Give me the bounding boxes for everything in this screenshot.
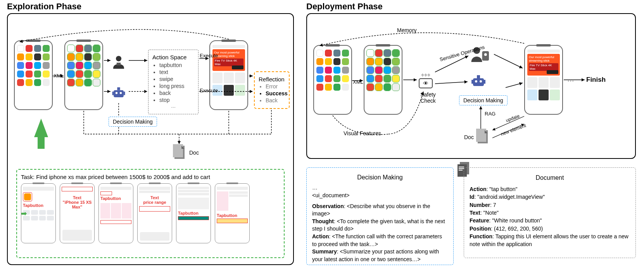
svg-rect-6 [112, 91, 114, 95]
dep-decision-making-tag: Decision Making [459, 95, 508, 105]
svg-point-22 [484, 53, 487, 56]
svg-rect-7 [124, 91, 125, 95]
doc-title: Document [470, 173, 630, 182]
dm-line: Summary: <Summarize your past actions al… [312, 248, 448, 263]
deployment-title: Deployment Phase [306, 2, 383, 12]
annotation-tapbutton: Tapbutton [178, 211, 209, 215]
action-item: swipe [159, 76, 194, 82]
action-item: tapbutton [159, 62, 194, 68]
phone-result: Our most powerful streaming stick Fire T… [209, 40, 248, 110]
dm-line: Observation: <Describe what you observe … [312, 203, 448, 218]
finish-label: Finish [586, 76, 606, 84]
dm-title: Decision Making [312, 173, 448, 182]
banner-title: Our most powerful streaming stick [214, 51, 243, 58]
svg-rect-2 [114, 90, 124, 97]
svg-point-3 [116, 92, 118, 94]
decision-making-label: Decision Making [113, 119, 153, 125]
dep-banner-title: Our most powerful streaming stick [529, 55, 558, 62]
svg-point-0 [116, 56, 121, 61]
svg-point-25 [480, 80, 482, 83]
reflection-title: Reflection [259, 76, 285, 83]
dm-line [312, 200, 448, 203]
banner-sub: Fire TV Stick 4K Max [214, 59, 243, 66]
safety-label: Safety Check [416, 91, 440, 104]
decision-making-block: Decision Making … <ui_document> Observat… [306, 167, 454, 265]
reflection-item: Error [266, 83, 285, 90]
svg-line-34 [506, 83, 523, 88]
action-space-title: Action Space [152, 54, 194, 60]
dots: ··· [568, 78, 575, 84]
reflection-item: Back [266, 97, 285, 103]
decision-making-tag: Decision Making [109, 117, 157, 127]
doc-label: Doc [189, 150, 199, 156]
document-block: Document Action: "tap button" Id: "andro… [464, 167, 636, 258]
doc-line: Position: (412, 692, 200, 560) [470, 225, 630, 232]
task-text: Find iphone xs max priced between 1500$ … [36, 174, 210, 180]
visual-features-label: Visual Features [344, 130, 381, 136]
svg-rect-42 [459, 168, 464, 169]
doc-line: Text: "Note" [470, 209, 630, 217]
doc-line: Action: "tap button" [470, 185, 630, 193]
dm-line: <ui_document> [312, 192, 448, 200]
deployment-panel: Memory XML ⟡⟡⟡ 👁 Safety Check [306, 13, 636, 159]
mini-phone-3: Tapbutton [98, 183, 133, 243]
reflection-item-success: Success [266, 90, 285, 96]
green-up-arrow-icon [34, 119, 48, 137]
execute-label-2: Execute [200, 88, 218, 93]
robot-icon [109, 84, 128, 102]
dep-phone-xml [364, 45, 402, 115]
action-space-box: Action Space tapbutton text swipe long p… [148, 50, 199, 114]
doc-line: Id: "android.widget.ImageView" [470, 193, 630, 201]
dep-banner-sub: Fire TV Stick 4K Max [529, 63, 558, 71]
phone-xml [64, 40, 103, 110]
reflection-box: Reflection Error Success Back [254, 71, 290, 109]
mini-phone-2: Text "iPhone 15 XS Max" [60, 183, 95, 243]
task-prefix: Task: [21, 174, 36, 180]
update-label: update [505, 113, 520, 123]
svg-rect-23 [473, 78, 484, 86]
dep-xml-label: XML [353, 79, 363, 85]
svg-rect-28 [484, 80, 485, 84]
dep-decision-making-label: Decision Making [463, 97, 503, 103]
svg-rect-27 [471, 80, 473, 84]
doc-line: Feature: "White round button" [470, 217, 630, 224]
svg-rect-5 [117, 87, 120, 90]
annotation-text-price: Text price range [139, 195, 170, 205]
doc-icon [174, 146, 185, 159]
annotation-text-iphone: Text "iPhone 15 XS Max" [62, 195, 93, 209]
svg-point-4 [120, 92, 122, 94]
exploration-panel: XML Action Space tapbutton text swipe lo… [7, 13, 294, 265]
annotation-tapbutton: Tapbutton [100, 196, 131, 201]
dep-robot-icon [469, 72, 488, 91]
svg-rect-43 [459, 170, 463, 170]
memory-label: Memory [397, 27, 417, 33]
new-elem-label: new element [500, 123, 527, 137]
dm-line: Action: <The function call with the corr… [312, 233, 448, 248]
exploration-title: Exploration Phase [7, 2, 81, 12]
flow-arrow-icon: ➡ [21, 209, 27, 218]
action-item: long press [159, 83, 194, 89]
mini-phone-4: Text price range [137, 183, 172, 243]
annotation-tapbutton: Tapbutton [23, 203, 54, 208]
mini-phone-5: Tapbutton [176, 183, 211, 243]
action-item: stop [159, 97, 194, 103]
doc-line: Number: 7 [470, 201, 630, 209]
annotation-tapbutton: Tapbutton [217, 213, 248, 218]
svg-rect-1 [117, 63, 121, 65]
xml-label: XML [54, 73, 64, 79]
svg-rect-41 [459, 167, 464, 167]
dep-doc-icon [478, 130, 488, 143]
dep-phone-raw [313, 45, 352, 115]
svg-point-24 [475, 80, 477, 83]
human-icon [109, 53, 128, 71]
phone-raw [14, 40, 53, 110]
action-item: text [159, 69, 194, 75]
action-more: ··· [152, 104, 194, 110]
task-panel: Task: Find iphone xs max priced between … [16, 169, 285, 258]
svg-line-32 [435, 82, 468, 84]
safety-check-icon: ⟡⟡⟡ 👁 [419, 72, 433, 88]
mini-phone-6: Tapbutton [215, 183, 250, 243]
task-line: Task: Find iphone xs max priced between … [21, 174, 280, 180]
dep-phone-result: Our most powerful streaming stick Fire T… [524, 45, 563, 115]
svg-line-33 [494, 54, 523, 68]
